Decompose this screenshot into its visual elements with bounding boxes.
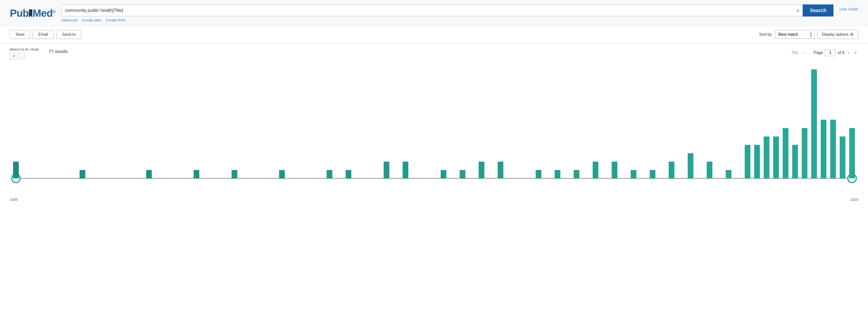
advanced-link[interactable]: Advanced	[61, 18, 78, 22]
results-section: RESULTS BY YEAR ↗ ↓ 77 results The « ‹	[0, 43, 868, 204]
start-year-label: 1936	[10, 198, 18, 202]
svg-rect-21	[612, 162, 617, 178]
svg-rect-26	[707, 162, 712, 178]
header: PubMed® × Search Advanced Create alert C…	[0, 0, 868, 26]
svg-rect-23	[650, 170, 655, 178]
page-label: Page	[814, 51, 823, 55]
svg-rect-36	[820, 120, 826, 178]
search-area: × Search Advanced Create alert Create RS…	[61, 4, 834, 22]
of-label: of 8	[838, 51, 844, 55]
toolbar: Save Email Send to Sort by: Best match M…	[0, 26, 868, 43]
search-button[interactable]: Search	[803, 4, 834, 17]
svg-rect-35	[811, 69, 817, 178]
logo-registered: ®	[53, 10, 55, 14]
email-button[interactable]: Email	[33, 30, 54, 39]
svg-rect-17	[536, 170, 541, 178]
logo-bookmark-icon	[29, 9, 32, 18]
last-page-icon: »	[854, 50, 857, 55]
svg-rect-11	[384, 162, 390, 178]
chart-controls: ↗ ↓	[10, 53, 39, 59]
svg-rect-10	[346, 170, 351, 178]
first-page-icon: «	[801, 50, 804, 55]
prev-page-icon: ‹	[809, 50, 810, 55]
svg-rect-31	[773, 136, 779, 178]
svg-rect-27	[726, 170, 732, 178]
svg-rect-28	[745, 145, 750, 178]
prev-page-button[interactable]: ‹	[807, 49, 812, 56]
search-input-wrapper: ×	[61, 5, 803, 16]
search-links: Advanced Create alert Create RSS	[61, 18, 834, 22]
svg-rect-37	[830, 120, 836, 178]
sort-label: Sort by:	[759, 32, 773, 37]
svg-rect-30	[764, 136, 769, 178]
gear-icon: ⚙	[850, 32, 854, 37]
svg-rect-20	[593, 162, 598, 178]
download-icon: ↓	[21, 54, 23, 58]
logo-pub: Pub	[10, 7, 29, 19]
svg-rect-13	[441, 170, 446, 178]
next-page-button[interactable]: ›	[846, 49, 851, 56]
sort-select[interactable]: Best match Most recent Publication date …	[776, 30, 814, 38]
svg-rect-6	[193, 170, 199, 178]
svg-rect-22	[631, 170, 637, 178]
svg-rect-29	[754, 145, 760, 178]
last-page-button[interactable]: »	[853, 49, 858, 56]
clear-button[interactable]: ×	[796, 7, 800, 14]
svg-rect-9	[327, 170, 332, 178]
timeline-labels: 1936 2024	[10, 197, 858, 202]
user-guide-link[interactable]: User Guide	[839, 7, 858, 11]
the-label: The	[791, 51, 798, 55]
expand-icon: ↗	[12, 54, 15, 58]
chart-area: 1936 2024	[10, 63, 858, 202]
svg-rect-32	[783, 128, 788, 178]
svg-rect-15	[478, 162, 484, 178]
next-page-icon: ›	[848, 50, 849, 55]
bar-chart	[10, 63, 858, 197]
svg-rect-34	[802, 128, 807, 178]
svg-rect-16	[498, 162, 503, 178]
clear-icon: ×	[797, 8, 800, 13]
create-alert-link[interactable]: Create alert	[82, 18, 101, 22]
svg-rect-24	[669, 162, 675, 178]
search-input[interactable]	[61, 5, 803, 16]
svg-rect-7	[231, 170, 237, 178]
user-guide-area: User Guide	[839, 7, 858, 11]
svg-rect-39	[849, 128, 855, 178]
svg-rect-18	[555, 170, 560, 178]
logo: PubMed®	[10, 8, 55, 19]
svg-rect-19	[574, 170, 579, 178]
expand-chart-button[interactable]: ↗	[10, 53, 17, 59]
results-by-year-label: RESULTS BY YEAR	[10, 48, 39, 51]
first-page-button[interactable]: «	[800, 49, 805, 56]
results-by-year: RESULTS BY YEAR ↗ ↓	[10, 48, 39, 59]
create-rss-link[interactable]: Create RSS	[106, 18, 125, 22]
svg-rect-4	[80, 170, 85, 178]
svg-rect-14	[460, 170, 465, 178]
display-options-button[interactable]: Display options ⚙	[817, 30, 858, 39]
results-header: RESULTS BY YEAR ↗ ↓ 77 results The « ‹	[10, 48, 858, 59]
sort-select-wrapper: Best match Most recent Publication date …	[775, 30, 815, 39]
display-options-label: Display options	[822, 32, 849, 37]
send-to-button[interactable]: Send to	[56, 30, 81, 39]
svg-rect-5	[146, 170, 152, 178]
results-count-area: 77 results	[49, 48, 68, 54]
svg-rect-33	[792, 145, 798, 178]
svg-rect-12	[403, 162, 408, 178]
end-year-label: 2024	[850, 198, 858, 202]
save-button[interactable]: Save	[10, 30, 30, 39]
logo-med: Med	[33, 7, 53, 19]
download-chart-button[interactable]: ↓	[19, 53, 25, 59]
pagination-area: The « ‹ Page of 8 › »	[791, 48, 858, 56]
results-count: 77 results	[49, 49, 68, 54]
svg-rect-38	[840, 136, 845, 178]
svg-rect-8	[279, 170, 285, 178]
svg-rect-3	[13, 162, 19, 178]
sort-area: Sort by: Best match Most recent Publicat…	[759, 30, 858, 39]
page-input[interactable]	[825, 49, 836, 56]
svg-rect-25	[688, 153, 693, 178]
